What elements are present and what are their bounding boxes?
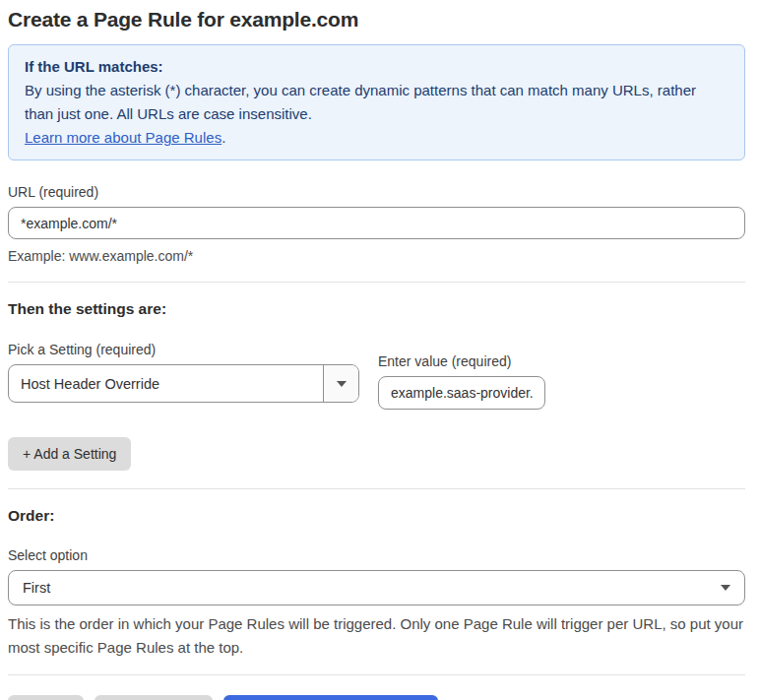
divider — [8, 674, 745, 675]
order-select[interactable]: First — [8, 570, 745, 605]
page-rule-form: Create a Page Rule for example.com If th… — [0, 0, 760, 700]
save-as-draft-button[interactable]: Save as Draft — [95, 695, 213, 700]
info-box-body: By using the asterisk (*) character, you… — [25, 79, 728, 126]
cancel-button[interactable]: Cancel — [8, 695, 84, 700]
info-box-link-line: Learn more about Page Rules. — [25, 126, 728, 150]
divider — [8, 282, 745, 283]
chevron-down-icon — [721, 585, 730, 591]
pick-setting-label: Pick a Setting (required) — [8, 342, 359, 357]
setting-value-input[interactable] — [378, 376, 545, 410]
settings-row: Pick a Setting (required) Host Header Ov… — [8, 342, 745, 410]
chevron-down-icon — [337, 381, 347, 387]
enter-value-group: Enter value (required) — [378, 353, 545, 410]
pick-setting-group: Pick a Setting (required) Host Header Ov… — [8, 342, 359, 410]
footer-buttons: Cancel Save as Draft Save and Deploy Pag… — [8, 695, 745, 700]
setting-select-arrow-button[interactable] — [323, 365, 358, 402]
add-setting-button[interactable]: + Add a Setting — [8, 437, 131, 471]
order-select-label: Select option — [8, 547, 745, 563]
setting-select-value: Host Header Override — [9, 365, 323, 402]
order-helper-text: This is the order in which your Page Rul… — [8, 612, 745, 660]
page-title: Create a Page Rule for example.com — [8, 8, 745, 32]
url-field-label: URL (required) — [8, 184, 745, 200]
divider — [8, 488, 745, 489]
info-box-heading: If the URL matches: — [25, 55, 728, 79]
url-input[interactable] — [8, 207, 745, 239]
save-and-deploy-button[interactable]: Save and Deploy Page Rule — [223, 695, 438, 700]
url-example-helper: Example: www.example.com/* — [8, 248, 745, 264]
settings-section-heading: Then the settings are: — [8, 300, 745, 318]
order-section-heading: Order: — [8, 507, 745, 525]
setting-select[interactable]: Host Header Override — [8, 364, 359, 403]
order-select-value: First — [23, 580, 50, 596]
url-match-info-box: If the URL matches: By using the asteris… — [8, 44, 745, 160]
enter-value-label: Enter value (required) — [378, 353, 545, 369]
learn-more-link[interactable]: Learn more about Page Rules — [25, 129, 222, 146]
link-suffix: . — [222, 129, 225, 146]
